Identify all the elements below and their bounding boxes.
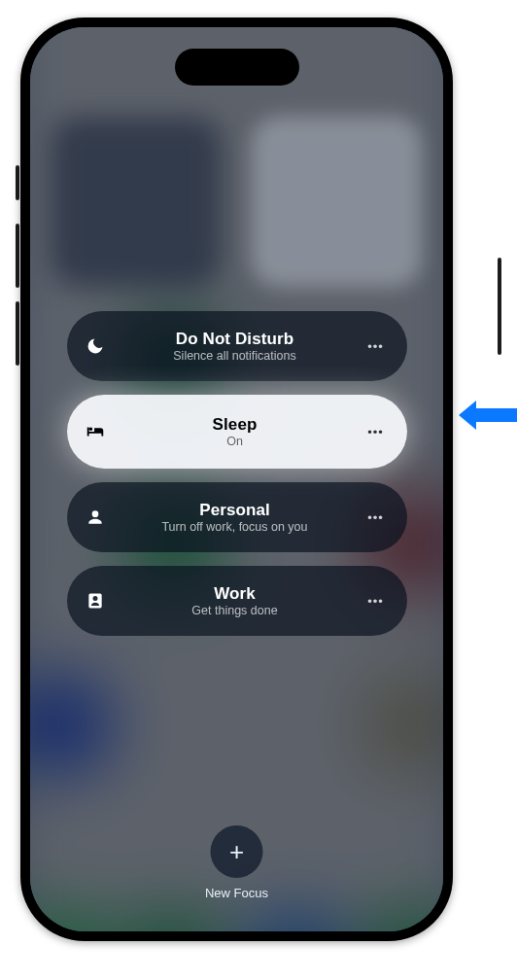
new-focus-area: + New Focus: [205, 825, 268, 900]
focus-row-work[interactable]: Work Get things done: [67, 566, 407, 636]
focus-row-title: Work: [120, 584, 351, 604]
focus-row-title: Do Not Disturb: [120, 330, 351, 349]
focus-row-sleep[interactable]: Sleep On: [67, 395, 407, 469]
new-focus-label: New Focus: [205, 886, 268, 900]
focus-row-subtitle: Get things done: [120, 604, 351, 617]
ellipsis-icon[interactable]: [362, 587, 390, 614]
iphone-screen: Do Not Disturb Silence all notifications…: [30, 27, 443, 931]
iphone-device-frame: Do Not Disturb Silence all notifications…: [20, 18, 453, 941]
ellipsis-icon[interactable]: [362, 504, 390, 531]
ellipsis-icon[interactable]: [362, 332, 390, 360]
moon-icon: [85, 335, 106, 357]
focus-row-subtitle: Silence all notifications: [120, 349, 351, 363]
mute-switch: [16, 165, 19, 200]
focus-row-title: Sleep: [120, 415, 351, 435]
volume-up-button: [16, 224, 19, 288]
side-button: [498, 258, 501, 355]
bed-icon: [85, 421, 106, 442]
focus-row-title: Personal: [120, 501, 351, 520]
focus-row-do-not-disturb[interactable]: Do Not Disturb Silence all notifications: [67, 311, 407, 381]
focus-mode-list: Do Not Disturb Silence all notifications…: [67, 311, 407, 636]
person-icon: [85, 507, 106, 528]
focus-row-subtitle: On: [120, 435, 351, 448]
badge-icon: [85, 590, 106, 612]
plus-icon: +: [229, 839, 244, 864]
ellipsis-icon[interactable]: [362, 418, 390, 445]
volume-down-button: [16, 301, 19, 366]
dynamic-island: [175, 49, 299, 86]
callout-arrow-icon: [457, 399, 517, 432]
new-focus-button[interactable]: +: [211, 825, 263, 878]
focus-row-personal[interactable]: Personal Turn off work, focus on you: [67, 482, 407, 552]
focus-row-subtitle: Turn off work, focus on you: [120, 520, 351, 534]
